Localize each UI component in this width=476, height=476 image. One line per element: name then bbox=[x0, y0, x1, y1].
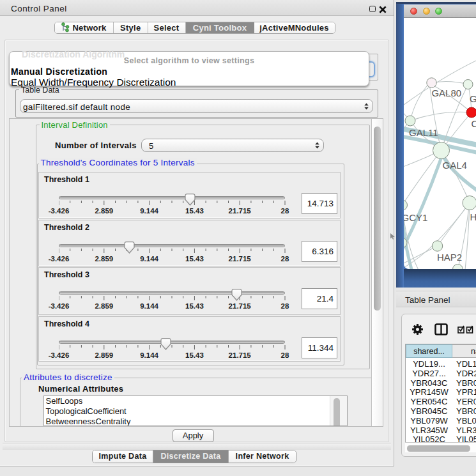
svg-text:GAL4: GAL4 bbox=[443, 160, 467, 171]
svg-text:HAP2: HAP2 bbox=[437, 252, 462, 263]
svg-text:GA: GA bbox=[470, 93, 476, 104]
svg-text:CY: CY bbox=[472, 118, 476, 129]
svg-text:GCY1: GCY1 bbox=[404, 212, 427, 223]
svg-text:GAL80: GAL80 bbox=[431, 88, 461, 98]
svg-text:GAL11: GAL11 bbox=[409, 127, 438, 138]
svg-text:H: H bbox=[470, 211, 476, 222]
